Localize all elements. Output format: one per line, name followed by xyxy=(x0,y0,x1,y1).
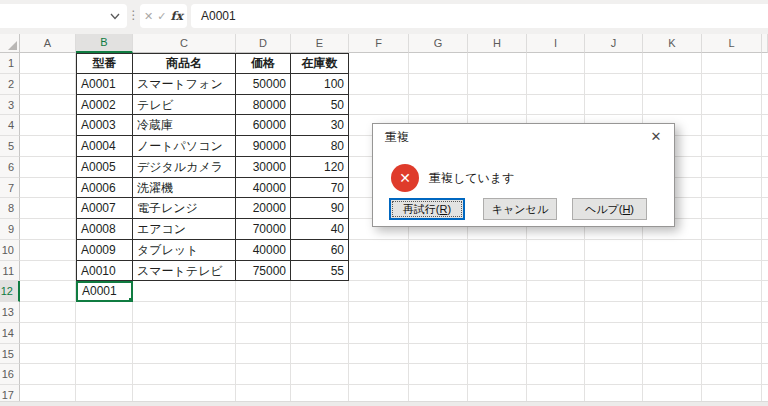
cell-C5[interactable]: ノートパソコン xyxy=(133,136,236,157)
cell-J10[interactable] xyxy=(585,240,643,261)
cell-L5[interactable] xyxy=(702,136,762,157)
cell-B4[interactable]: A0003 xyxy=(76,115,133,136)
cell-D4[interactable]: 60000 xyxy=(236,115,291,136)
row-header-12[interactable]: 12 xyxy=(0,281,20,302)
cell-E9[interactable]: 40 xyxy=(291,219,349,240)
cell-E1[interactable]: 在庫数 xyxy=(291,53,349,74)
cell-C11[interactable]: スマートテレビ xyxy=(133,261,236,282)
cell-C12[interactable] xyxy=(133,281,236,302)
cell-B14[interactable] xyxy=(76,323,133,344)
cell-K1[interactable] xyxy=(643,53,702,74)
cell-L15[interactable] xyxy=(702,344,762,365)
row-header-11[interactable]: 11 xyxy=(0,261,20,282)
column-header-f[interactable]: F xyxy=(349,34,409,53)
cell-K16[interactable] xyxy=(643,364,702,385)
cell-C3[interactable]: テレビ xyxy=(133,95,236,116)
cell-G16[interactable] xyxy=(409,364,468,385)
chevron-down-icon[interactable] xyxy=(110,13,120,20)
cell-A4[interactable] xyxy=(20,115,76,136)
cell-A11[interactable] xyxy=(20,261,76,282)
row-header-2[interactable]: 2 xyxy=(0,74,20,95)
cell-F3[interactable] xyxy=(349,95,409,116)
cell-D15[interactable] xyxy=(236,344,291,365)
row-header-10[interactable]: 10 xyxy=(0,240,20,261)
column-header-j[interactable]: J xyxy=(585,34,643,53)
cell-K3[interactable] xyxy=(643,95,702,116)
cell-K13[interactable] xyxy=(643,302,702,323)
cell-C1[interactable]: 商品名 xyxy=(133,53,236,74)
row-header-7[interactable]: 7 xyxy=(0,178,20,199)
cell-A13[interactable] xyxy=(20,302,76,323)
cell-E12[interactable] xyxy=(291,281,349,302)
cell-L14[interactable] xyxy=(702,323,762,344)
cell-J11[interactable] xyxy=(585,261,643,282)
cell-L16[interactable] xyxy=(702,364,762,385)
column-header-l[interactable]: L xyxy=(702,34,762,53)
cell-K14[interactable] xyxy=(643,323,702,344)
row-header-5[interactable]: 5 xyxy=(0,136,20,157)
cell-L13[interactable] xyxy=(702,302,762,323)
cell-C13[interactable] xyxy=(133,302,236,323)
row-header-14[interactable]: 14 xyxy=(0,323,20,344)
cell-E6[interactable]: 120 xyxy=(291,157,349,178)
cell-H13[interactable] xyxy=(468,302,527,323)
cell-D16[interactable] xyxy=(236,364,291,385)
cell-F13[interactable] xyxy=(349,302,409,323)
cell-A6[interactable] xyxy=(20,157,76,178)
cell-H15[interactable] xyxy=(468,344,527,365)
cell-I14[interactable] xyxy=(527,323,585,344)
cell-E3[interactable]: 50 xyxy=(291,95,349,116)
cell-H14[interactable] xyxy=(468,323,527,344)
cell-G2[interactable] xyxy=(409,74,468,95)
row-header-6[interactable]: 6 xyxy=(0,157,20,178)
row-header-9[interactable]: 9 xyxy=(0,219,20,240)
cell-E15[interactable] xyxy=(291,344,349,365)
cell-B11[interactable]: A0010 xyxy=(76,261,133,282)
cell-L3[interactable] xyxy=(702,95,762,116)
cell-B10[interactable]: A0009 xyxy=(76,240,133,261)
cell-G15[interactable] xyxy=(409,344,468,365)
help-button[interactable]: ヘルプ(H) xyxy=(572,198,647,220)
cell-H2[interactable] xyxy=(468,74,527,95)
cell-B8[interactable]: A0007 xyxy=(76,198,133,219)
column-header-g[interactable]: G xyxy=(409,34,468,53)
cell-K10[interactable] xyxy=(643,240,702,261)
cell-E2[interactable]: 100 xyxy=(291,74,349,95)
cell-D11[interactable]: 75000 xyxy=(236,261,291,282)
cell-J1[interactable] xyxy=(585,53,643,74)
cell-G13[interactable] xyxy=(409,302,468,323)
column-header-h[interactable]: H xyxy=(468,34,527,53)
cell-D1[interactable]: 価格 xyxy=(236,53,291,74)
cell-G12[interactable] xyxy=(409,281,468,302)
cell-G11[interactable] xyxy=(409,261,468,282)
cell-L12[interactable] xyxy=(702,281,762,302)
cell-J3[interactable] xyxy=(585,95,643,116)
cell-I12[interactable] xyxy=(527,281,585,302)
cell-A9[interactable] xyxy=(20,219,76,240)
cell-B15[interactable] xyxy=(76,344,133,365)
cell-L4[interactable] xyxy=(702,115,762,136)
insert-function-icon[interactable]: fx xyxy=(171,9,183,23)
cell-E13[interactable] xyxy=(291,302,349,323)
column-header-k[interactable]: K xyxy=(643,34,702,53)
cell-L1[interactable] xyxy=(702,53,762,74)
column-header-e[interactable]: E xyxy=(291,34,349,53)
column-header-c[interactable]: C xyxy=(133,34,236,53)
cell-C2[interactable]: スマートフォン xyxy=(133,74,236,95)
column-header-a[interactable]: A xyxy=(20,34,76,53)
cell-E10[interactable]: 60 xyxy=(291,240,349,261)
cell-L7[interactable] xyxy=(702,178,762,199)
cell-J15[interactable] xyxy=(585,344,643,365)
cell-G3[interactable] xyxy=(409,95,468,116)
enter-icon[interactable]: ✓ xyxy=(157,10,166,23)
cell-J16[interactable] xyxy=(585,364,643,385)
cell-C4[interactable]: 冷蔵庫 xyxy=(133,115,236,136)
cell-L10[interactable] xyxy=(702,240,762,261)
row-header-1[interactable]: 1 xyxy=(0,53,20,74)
cell-J13[interactable] xyxy=(585,302,643,323)
close-icon[interactable]: ✕ xyxy=(640,124,672,150)
cell-H12[interactable] xyxy=(468,281,527,302)
cell-A12[interactable] xyxy=(20,281,76,302)
cell-A1[interactable] xyxy=(20,53,76,74)
row-header-16[interactable]: 16 xyxy=(0,364,20,385)
